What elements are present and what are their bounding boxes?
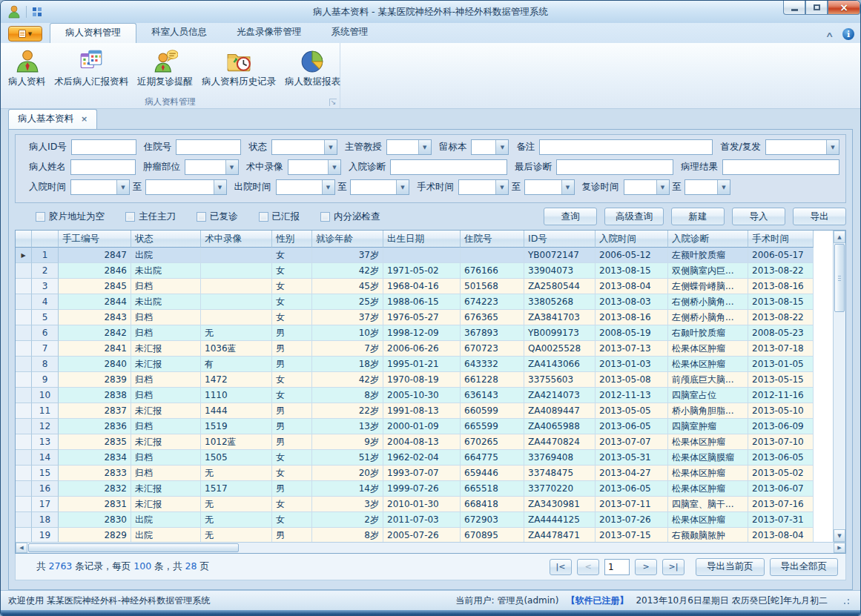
filter-checkbox-1[interactable]: 胶片地址为空 <box>36 211 105 223</box>
grid-column-header-11[interactable]: 手术时间 <box>748 231 814 248</box>
checkbox-box-icon[interactable] <box>259 212 268 222</box>
grid-column-header-1[interactable]: 手工编号 <box>59 231 131 248</box>
table-row[interactable]: 42844未出院女25岁1988-06-15674223338052682013… <box>16 294 833 310</box>
combo-dropdown-arrow-icon[interactable]: ▼ <box>561 180 574 194</box>
action-button-5[interactable]: 导出 <box>793 208 846 225</box>
action-button-2[interactable]: 高级查询 <box>604 208 664 225</box>
grid-column-header-6[interactable]: 出生日期 <box>383 231 461 248</box>
dialog-launcher-icon[interactable]: ↘ <box>329 99 337 106</box>
maximize-button[interactable] <box>805 1 828 15</box>
table-row[interactable]: 82840未汇报有男18岁1995-01-21643332ZA414306620… <box>16 357 833 372</box>
table-row[interactable]: 172831未汇报无女3岁2010-01-30668418ZA343098120… <box>16 497 833 512</box>
search-combo-3-2[interactable]: ▼ <box>145 179 227 195</box>
grid-column-header-5[interactable]: 就诊年龄 <box>312 231 383 248</box>
ribbon-tab-4[interactable]: 系统管理 <box>317 23 383 43</box>
ribbon-button-1[interactable]: 病人资料 <box>4 45 50 90</box>
search-input-1-1[interactable] <box>71 139 136 155</box>
search-input-2-6[interactable] <box>722 159 839 175</box>
table-row[interactable]: 62842归档无男10岁1998-12-09367893YB0099173200… <box>16 325 833 341</box>
combo-dropdown-arrow-icon[interactable]: ▼ <box>324 140 337 154</box>
combo-dropdown-arrow-icon[interactable]: ▼ <box>214 180 226 194</box>
search-combo-1-4[interactable]: ▼ <box>386 139 432 155</box>
table-row[interactable]: ▶12847出院女37岁YB00721472006-05-12左额叶胶质瘤200… <box>16 248 833 263</box>
first-page-button[interactable]: |< <box>550 559 572 575</box>
table-row[interactable]: 52843归档女37岁1976-05-27676365ZA38417032013… <box>16 310 833 325</box>
search-input-2-4[interactable] <box>390 159 507 175</box>
action-button-3[interactable]: 新建 <box>671 208 725 225</box>
filter-checkbox-4[interactable]: 已汇报 <box>259 211 300 223</box>
search-input-2-5[interactable] <box>556 159 673 175</box>
filter-checkbox-2[interactable]: 主任主刀 <box>125 211 176 223</box>
combo-dropdown-arrow-icon[interactable]: ▼ <box>717 180 730 194</box>
checkbox-box-icon[interactable] <box>36 212 45 222</box>
application-menu-button[interactable]: ▼ <box>8 26 42 42</box>
combo-dropdown-arrow-icon[interactable]: ▼ <box>322 180 334 194</box>
ribbon-button-5[interactable]: 病人数据报表 <box>280 45 345 90</box>
ribbon-button-2[interactable]: 术后病人汇报资料 <box>50 45 133 90</box>
collapse-ribbon-chevron-icon[interactable]: ∧ <box>825 30 834 39</box>
doc-tab-patient-basic-info[interactable]: 病人基本资料 × <box>8 109 97 129</box>
table-row[interactable]: 142834归档1505女51岁1962-02-0466477533769408… <box>16 450 833 466</box>
table-row[interactable]: 32845归档女45岁1968-04-16501568ZA25805442013… <box>16 279 833 294</box>
search-combo-3-5[interactable]: ▼ <box>458 179 509 195</box>
grid-column-header-8[interactable]: ID号 <box>524 231 596 248</box>
scroll-right-arrow-icon[interactable]: ▶ <box>834 543 845 553</box>
grid-column-header-7[interactable]: 住院号 <box>461 231 524 248</box>
scroll-down-arrow-icon[interactable]: ▼ <box>834 529 845 542</box>
search-combo-3-4[interactable]: ▼ <box>350 179 409 195</box>
software-registered-link[interactable]: 【软件已注册】 <box>566 595 628 607</box>
ribbon-button-4[interactable]: 病人资料历史记录 <box>197 45 280 90</box>
combo-dropdown-arrow-icon[interactable]: ▼ <box>495 140 508 154</box>
action-button-1[interactable]: 查询 <box>544 208 597 225</box>
search-combo-2-2[interactable]: ▼ <box>185 159 239 175</box>
table-row[interactable]: 192829出院无男8岁2005-07-26670895ZA4478471201… <box>16 528 833 542</box>
previous-page-button[interactable]: < <box>577 559 599 575</box>
combo-dropdown-arrow-icon[interactable]: ▼ <box>328 160 340 174</box>
table-row[interactable]: 152833归档无女20岁1993-07-0765944633748475201… <box>16 466 833 481</box>
export-current-page-button[interactable]: 导出当前页 <box>696 558 765 576</box>
checkbox-box-icon[interactable] <box>197 212 206 222</box>
search-input-2-1[interactable] <box>70 159 136 175</box>
grid-column-header-2[interactable]: 状态 <box>131 231 201 248</box>
doc-tab-close-icon[interactable]: × <box>81 114 88 124</box>
close-button[interactable]: × <box>828 1 860 15</box>
ribbon-tab-1[interactable]: 病人资料管理 <box>50 23 136 43</box>
table-row[interactable]: 102838归档1110女8岁2005-10-30636143ZA4214073… <box>16 388 833 403</box>
quick-access-grid-icon[interactable] <box>31 6 43 18</box>
vertical-scrollbar[interactable]: ▲ ▼ <box>833 231 845 542</box>
table-row[interactable]: 22846未出院女42岁1971-05-02676166339040732013… <box>16 263 833 279</box>
resize-grip[interactable] <box>841 596 850 605</box>
search-combo-3-6[interactable]: ▼ <box>524 179 575 195</box>
search-combo-1-3[interactable]: ▼ <box>271 139 337 155</box>
combo-dropdown-arrow-icon[interactable]: ▼ <box>225 160 238 174</box>
grid-column-header-10[interactable]: 入院诊断 <box>668 231 748 248</box>
scroll-up-arrow-icon[interactable]: ▲ <box>834 231 845 243</box>
table-row[interactable]: 72841未汇报1036蓝男7岁2006-06-26670723QA002552… <box>16 341 833 357</box>
minimize-button[interactable] <box>783 1 805 15</box>
search-combo-1-5[interactable]: ▼ <box>471 139 509 155</box>
filter-checkbox-3[interactable]: 已复诊 <box>197 211 238 223</box>
table-row[interactable]: 92839归档1472女42岁1970-08-19661228337556032… <box>16 372 833 388</box>
search-combo-3-3[interactable]: ▼ <box>276 179 335 195</box>
search-combo-3-8[interactable]: ▼ <box>684 179 730 195</box>
app-logo-person-icon[interactable] <box>7 4 22 19</box>
next-page-button[interactable]: > <box>635 559 657 575</box>
search-input-1-6[interactable] <box>539 139 713 155</box>
ribbon-tab-2[interactable]: 科室人员信息 <box>136 23 222 43</box>
search-combo-3-7[interactable]: ▼ <box>624 179 670 195</box>
grid-column-header-4[interactable]: 性别 <box>272 231 312 248</box>
horizontal-scrollbar-thumb[interactable] <box>28 543 239 552</box>
checkbox-box-icon[interactable] <box>125 212 135 222</box>
combo-dropdown-arrow-icon[interactable]: ▼ <box>656 180 669 194</box>
table-row[interactable]: 162832未汇报1517男14岁1999-07-266655183377022… <box>16 481 833 497</box>
info-icon[interactable]: i <box>842 28 854 40</box>
page-number-input[interactable] <box>604 559 630 575</box>
table-row[interactable]: 122836归档1519男13岁2000-01-09665599ZA406598… <box>16 419 833 434</box>
table-row[interactable]: 112837未汇报1444男22岁1991-08-13660599ZA40894… <box>16 403 833 419</box>
combo-dropdown-arrow-icon[interactable]: ▼ <box>495 180 508 194</box>
action-button-4[interactable]: 导入 <box>732 208 785 225</box>
horizontal-scrollbar[interactable]: ◀ ▶ <box>16 542 845 553</box>
ribbon-tab-3[interactable]: 光盘录像带管理 <box>222 23 317 43</box>
table-row[interactable]: 132835未汇报1012蓝男9岁2004-08-13670265ZA44708… <box>16 434 833 450</box>
combo-dropdown-arrow-icon[interactable]: ▼ <box>826 140 839 154</box>
